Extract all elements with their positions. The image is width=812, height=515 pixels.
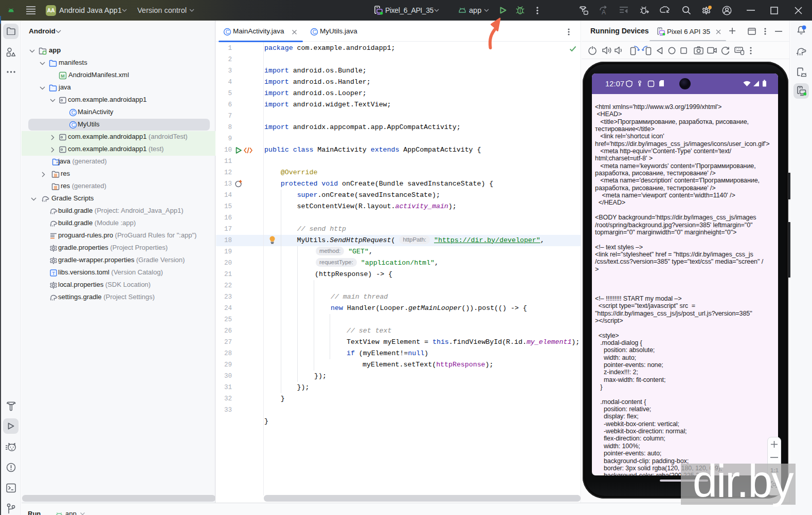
svg-text:A: A [602,9,606,15]
svg-text:C: C [71,122,75,127]
svg-text:C: C [226,29,229,35]
svg-text:C: C [71,109,75,115]
svg-text:T: T [52,270,55,275]
svg-text:M: M [61,73,65,78]
svg-text:C: C [313,29,316,35]
